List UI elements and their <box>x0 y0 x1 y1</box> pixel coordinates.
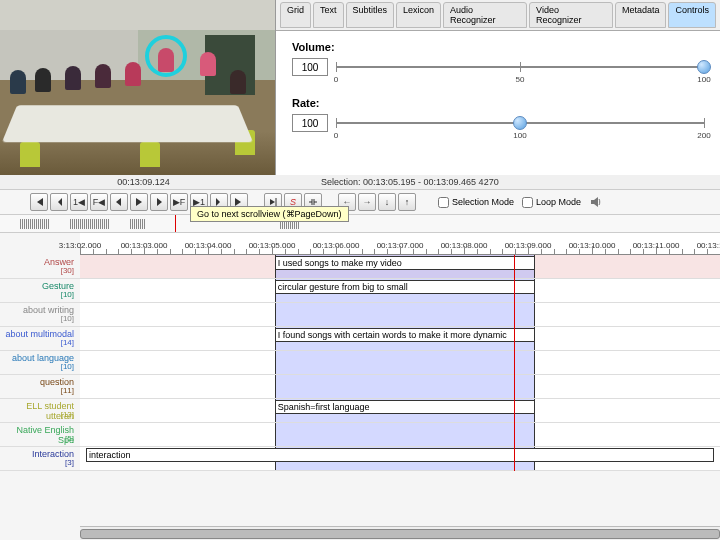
volume-label: Volume: <box>292 41 704 53</box>
tab-lexicon[interactable]: Lexicon <box>396 2 441 28</box>
prev-scrollview-button[interactable] <box>50 193 68 211</box>
speaker-icon[interactable] <box>589 195 603 209</box>
annotation[interactable]: I found songs with certain words to make… <box>275 328 535 342</box>
play-pause-button[interactable] <box>130 193 148 211</box>
tier-name[interactable]: Gesture[10] <box>0 279 80 302</box>
go-to-start-button[interactable] <box>30 193 48 211</box>
tier-name[interactable]: Native English Spe[5] <box>0 423 80 446</box>
tier-row[interactable]: ELL student utteran[13]Spanish=first lan… <box>0 399 720 423</box>
rate-slider[interactable]: 0 100 200 <box>336 113 704 133</box>
tab-metadata[interactable]: Metadata <box>615 2 667 28</box>
prev-pixel-button[interactable] <box>110 193 128 211</box>
tab-subtitles[interactable]: Subtitles <box>346 2 395 28</box>
tier-row[interactable]: about language[10] <box>0 351 720 375</box>
next-pixel-button[interactable] <box>150 193 168 211</box>
annotation[interactable]: interaction <box>86 448 714 462</box>
loop-mode-checkbox[interactable]: Loop Mode <box>522 197 581 208</box>
tier-name[interactable]: Interaction[3] <box>0 447 80 470</box>
volume-slider[interactable]: 0 50 100 <box>336 57 704 77</box>
current-time: 00:13:09.124 <box>6 177 281 187</box>
rate-value[interactable]: 100 <box>292 114 328 132</box>
tier-row[interactable]: Answer[30]I used songs to make my video <box>0 255 720 279</box>
arrow-up-button[interactable]: ↑ <box>398 193 416 211</box>
arrow-right-button[interactable]: → <box>358 193 376 211</box>
annotation[interactable]: I used songs to make my video <box>275 256 535 270</box>
playback-toolbar: 1◀ F◀ ▶F ▶1 S ← → ↓ ↑ Selection Mode Loo… <box>0 189 720 215</box>
prev-sec-button[interactable]: 1◀ <box>70 193 88 211</box>
waveform-strip[interactable] <box>0 215 720 233</box>
tier-name[interactable]: Answer[30] <box>0 255 80 278</box>
timeline-ruler[interactable]: 3:13:02.00000:13:03.00000:13:04.00000:13… <box>80 233 720 255</box>
annotation[interactable]: circular gesture from big to small <box>275 280 535 294</box>
speaker-highlight-circle <box>145 35 187 77</box>
video-preview[interactable] <box>0 0 275 175</box>
annotation[interactable]: Spanish=first language <box>275 400 535 414</box>
tab-grid[interactable]: Grid <box>280 2 311 28</box>
tier-row[interactable]: about multimodal[14]I found songs with c… <box>0 327 720 351</box>
rate-label: Rate: <box>292 97 704 109</box>
tier-row[interactable]: Native English Spe[5] <box>0 423 720 447</box>
selection-mode-checkbox[interactable]: Selection Mode <box>438 197 514 208</box>
volume-value[interactable]: 100 <box>292 58 328 76</box>
annotation-tiers: Answer[30]I used songs to make my videoG… <box>0 255 720 471</box>
tier-row[interactable]: Interaction[3]interaction <box>0 447 720 471</box>
arrow-down-button[interactable]: ↓ <box>378 193 396 211</box>
tier-row[interactable]: about writing[10] <box>0 303 720 327</box>
tab-video-recognizer[interactable]: Video Recognizer <box>529 2 613 28</box>
selection-info: Selection: 00:13:05.195 - 00:13:09.465 4… <box>281 177 714 187</box>
tab-text[interactable]: Text <box>313 2 344 28</box>
tab-bar: GridTextSubtitlesLexiconAudio Recognizer… <box>276 0 720 31</box>
horizontal-scrollbar[interactable] <box>80 526 720 540</box>
tier-name[interactable]: about multimodal[14] <box>0 327 80 350</box>
tier-name[interactable]: about writing[10] <box>0 303 80 326</box>
tier-name[interactable]: ELL student utteran[13] <box>0 399 80 422</box>
prev-frame-button[interactable]: F◀ <box>90 193 108 211</box>
tab-controls[interactable]: Controls <box>668 2 716 28</box>
tier-name[interactable]: about language[10] <box>0 351 80 374</box>
tab-audio-recognizer[interactable]: Audio Recognizer <box>443 2 527 28</box>
next-frame-button[interactable]: ▶F <box>170 193 188 211</box>
tier-row[interactable]: Gesture[10]circular gesture from big to … <box>0 279 720 303</box>
tier-name[interactable]: question[11] <box>0 375 80 398</box>
tier-row[interactable]: question[11] <box>0 375 720 399</box>
tooltip: Go to next scrollview (⌘PageDown) <box>190 206 349 222</box>
